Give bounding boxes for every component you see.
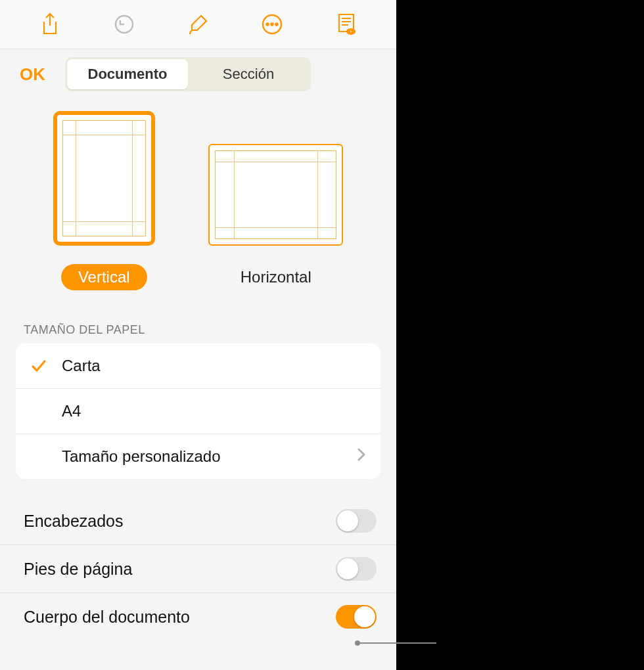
annotation-callout-line <box>357 642 436 644</box>
undo-button[interactable] <box>110 11 138 38</box>
share-button[interactable] <box>36 11 64 38</box>
orientation-vertical[interactable]: Vertical <box>53 111 155 290</box>
document-options: Encabezados Pies de página Cuerpo del do… <box>0 497 396 640</box>
more-icon <box>261 13 283 35</box>
paper-size-custom[interactable]: Tamaño personalizado <box>16 434 380 479</box>
paper-size-label: A4 <box>62 402 81 420</box>
landscape-thumbnail <box>208 144 343 246</box>
paper-size-carta[interactable]: Carta <box>16 344 380 389</box>
toggle-label: Cuerpo del documento <box>24 608 190 627</box>
orientation-picker: Vertical Horizontal <box>0 91 396 303</box>
toggle-row-footers: Pies de página <box>0 545 396 593</box>
paper-size-label: Carta <box>62 357 101 375</box>
toggle-row-headers: Encabezados <box>0 497 396 545</box>
portrait-thumbnail <box>53 111 155 246</box>
paper-size-list: Carta A4 Tamaño personalizado <box>16 344 380 479</box>
view-options-button[interactable] <box>333 11 360 38</box>
tab-seccion[interactable]: Sección <box>188 59 309 89</box>
toggle-row-body: Cuerpo del documento <box>0 593 396 640</box>
toggle-label: Pies de página <box>24 560 132 579</box>
toolbar <box>0 0 396 49</box>
paper-size-a4[interactable]: A4 <box>16 389 380 434</box>
orientation-horizontal[interactable]: Horizontal <box>208 144 343 290</box>
headers-toggle[interactable] <box>336 509 377 533</box>
svg-point-6 <box>350 30 352 33</box>
checkmark-icon <box>30 357 62 374</box>
paper-size-header: TAMAÑO DEL PAPEL <box>0 303 396 344</box>
svg-point-2 <box>266 23 268 25</box>
panel-header: OK Documento Sección <box>0 49 396 91</box>
footers-toggle[interactable] <box>336 557 377 581</box>
orientation-horizontal-label: Horizontal <box>223 264 329 290</box>
more-button[interactable] <box>258 11 286 38</box>
document-settings-pane: OK Documento Sección Vertical Hor <box>0 0 396 670</box>
chevron-right-icon <box>357 447 366 466</box>
toggle-label: Encabezados <box>24 512 124 531</box>
svg-point-3 <box>271 23 273 25</box>
segmented-control: Documento Sección <box>65 57 311 91</box>
share-icon <box>40 12 60 36</box>
svg-point-4 <box>275 23 277 25</box>
orientation-vertical-label: Vertical <box>61 264 147 290</box>
view-options-icon <box>335 12 357 37</box>
undo-icon <box>112 12 136 36</box>
paper-size-label: Tamaño personalizado <box>62 447 221 466</box>
format-brush-icon <box>187 13 209 35</box>
document-body-toggle[interactable] <box>336 605 377 629</box>
ok-button[interactable]: OK <box>13 60 52 89</box>
format-button[interactable] <box>184 11 212 38</box>
tab-documento[interactable]: Documento <box>67 59 188 89</box>
